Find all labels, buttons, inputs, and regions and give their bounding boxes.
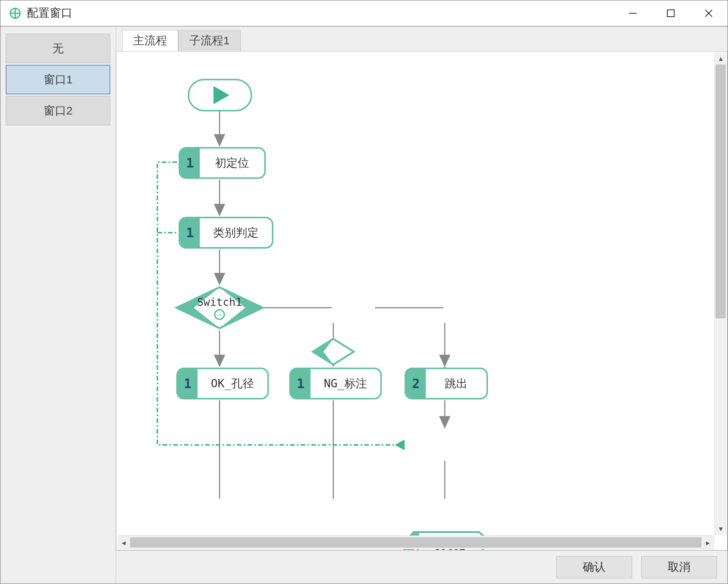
window-controls (614, 0, 728, 26)
process-node-ok-diameter[interactable]: 1 OK_孔径 (176, 368, 269, 399)
node-label: NG_标注 (311, 369, 380, 398)
body: 无 窗口1 窗口2 主流程 子流程1 (0, 26, 728, 584)
main-area: 主流程 子流程1 (116, 27, 728, 584)
node-index: 1 (291, 369, 311, 398)
process-node-jump-out[interactable]: 2 跳出 (405, 368, 488, 399)
process-node-class-judge[interactable]: 1 类别判定 (179, 217, 273, 249)
node-label: 类别判定 (200, 218, 272, 247)
node-label: 跳出 (426, 369, 486, 398)
node-index: 2 (406, 369, 426, 398)
flowchart-canvas[interactable]: 1 初定位 1 类别判定 (116, 51, 728, 550)
tab-main-flow[interactable]: 主流程 (122, 30, 178, 51)
tabs: 主流程 子流程1 (122, 30, 728, 51)
sidebar-item-none[interactable]: 无 (6, 34, 110, 63)
scroll-thumb[interactable] (130, 537, 701, 548)
scroll-right-icon[interactable]: ▸ (701, 536, 714, 549)
ok-button[interactable]: 确认 (556, 556, 632, 578)
horizontal-scrollbar[interactable]: ◂ ▸ (117, 535, 714, 549)
node-index: 1 (180, 218, 200, 247)
maximize-icon (666, 8, 676, 18)
scroll-down-icon[interactable]: ▾ (715, 523, 726, 535)
node-label: OK_孔径 (198, 369, 267, 398)
tab-sub-flow-1[interactable]: 子流程1 (178, 30, 241, 51)
switch-label: Switch1 — (175, 286, 264, 330)
branch-node-2[interactable]: 2 (311, 337, 355, 366)
process-node-init-position[interactable]: 1 初定位 (179, 147, 266, 179)
node-index: 1 (178, 369, 198, 398)
svg-rect-4 (667, 10, 674, 17)
vertical-scrollbar[interactable]: ▴ ▾ (714, 52, 726, 535)
app-icon (9, 7, 22, 20)
footer: 确认 取消 (116, 550, 728, 584)
sidebar: 无 窗口1 窗口2 (0, 27, 116, 584)
scroll-left-icon[interactable]: ◂ (117, 536, 130, 549)
close-button[interactable] (690, 0, 728, 26)
scroll-up-icon[interactable]: ▴ (715, 52, 726, 64)
start-node[interactable] (188, 79, 252, 111)
close-icon (704, 8, 714, 18)
minimize-button[interactable] (614, 0, 652, 26)
config-window: 配置窗口 无 窗口1 窗口2 主流程 子流程1 (0, 0, 728, 584)
minimize-icon (628, 8, 638, 18)
maximize-button[interactable] (652, 0, 690, 26)
collapse-icon[interactable]: — (214, 309, 225, 320)
cancel-button[interactable]: 取消 (641, 556, 717, 578)
titlebar: 配置窗口 (0, 0, 728, 26)
process-node-ng-label[interactable]: 1 NG_标注 (289, 368, 382, 399)
switch-node-1[interactable]: Switch1 — (175, 286, 264, 330)
sidebar-item-window1[interactable]: 窗口1 (6, 65, 110, 94)
node-label: 初定位 (200, 149, 264, 177)
scroll-thumb[interactable] (715, 64, 726, 318)
sidebar-item-window2[interactable]: 窗口2 (6, 96, 110, 125)
branch-number: 2 (301, 337, 355, 366)
node-index: 1 (180, 149, 200, 177)
window-title: 配置窗口 (27, 5, 614, 21)
play-icon (213, 86, 229, 104)
